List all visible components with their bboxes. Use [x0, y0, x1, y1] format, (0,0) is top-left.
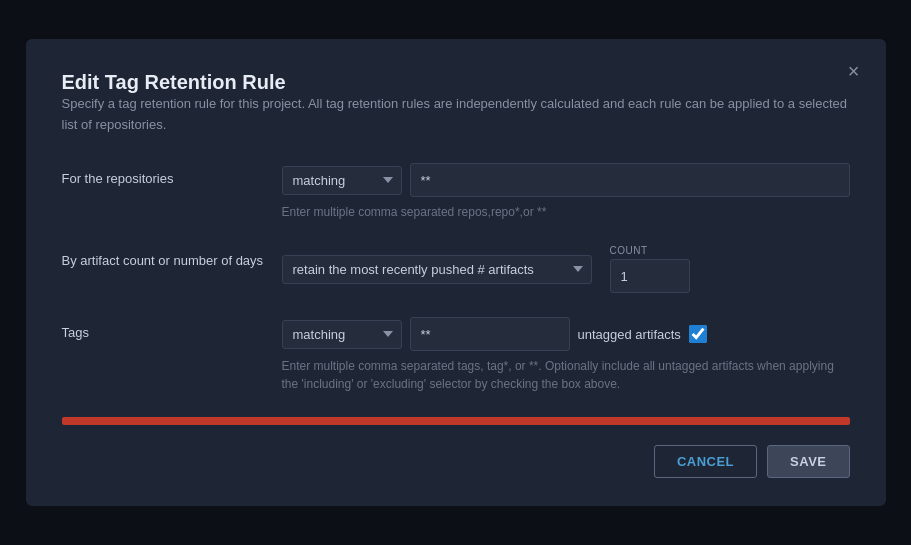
tags-row: Tags matching excluding untagged artifac… [62, 317, 850, 393]
cancel-button[interactable]: CANCEL [654, 445, 757, 478]
repositories-selector[interactable]: matching excluding [282, 166, 402, 195]
artifact-inline: retain the most recently pushed # artifa… [282, 245, 850, 293]
repositories-inline: matching excluding [282, 163, 850, 197]
repositories-hint: Enter multiple comma separated repos,rep… [282, 203, 850, 221]
repositories-label: For the repositories [62, 163, 282, 186]
error-bar [62, 417, 850, 425]
tags-controls: matching excluding untagged artifacts En… [282, 317, 850, 393]
artifact-controls: retain the most recently pushed # artifa… [282, 245, 850, 293]
untagged-label: untagged artifacts [578, 327, 681, 342]
save-button[interactable]: SAVE [767, 445, 849, 478]
close-button[interactable]: × [842, 57, 866, 85]
modal-overlay: Edit Tag Retention Rule × Specify a tag … [0, 0, 911, 545]
modal-dialog: Edit Tag Retention Rule × Specify a tag … [26, 39, 886, 507]
modal-title: Edit Tag Retention Rule [62, 71, 286, 93]
tags-selector[interactable]: matching excluding [282, 320, 402, 349]
tags-label: Tags [62, 317, 282, 340]
count-input[interactable] [610, 259, 690, 293]
artifact-label: By artifact count or number of days [62, 245, 282, 268]
modal-description: Specify a tag retention rule for this pr… [62, 94, 850, 136]
repositories-pattern-input[interactable] [410, 163, 850, 197]
count-section: COUNT [610, 245, 690, 293]
tags-hint: Enter multiple comma separated tags, tag… [282, 357, 850, 393]
count-label: COUNT [610, 245, 690, 256]
untagged-checkbox[interactable] [689, 325, 707, 343]
modal-footer: CANCEL SAVE [62, 445, 850, 478]
retain-selector[interactable]: retain the most recently pushed # artifa… [282, 255, 592, 284]
untagged-checkbox-container[interactable] [689, 325, 707, 343]
tags-pattern-input[interactable] [410, 317, 570, 351]
repositories-controls: matching excluding Enter multiple comma … [282, 163, 850, 221]
repositories-row: For the repositories matching excluding … [62, 163, 850, 221]
tags-inline: matching excluding untagged artifacts [282, 317, 850, 351]
artifact-row: By artifact count or number of days reta… [62, 245, 850, 293]
